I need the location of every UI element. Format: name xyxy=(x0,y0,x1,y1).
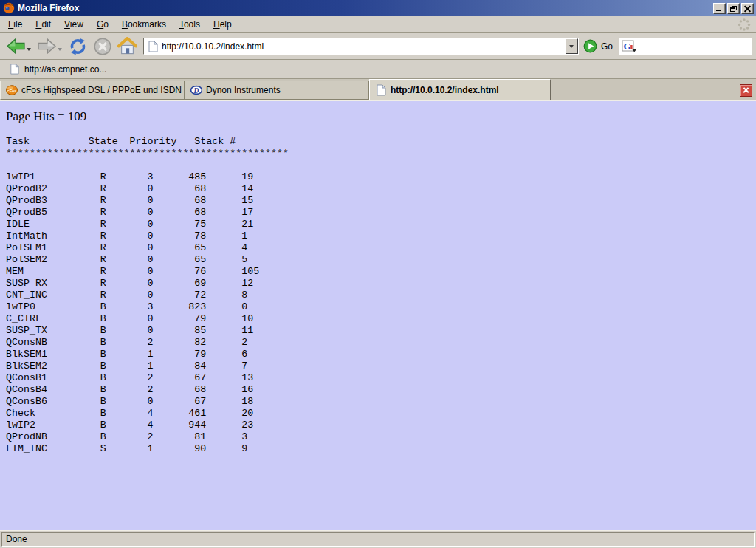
tab-label: cFos Highspeed DSL / PPPoE und ISDN CAP.… xyxy=(21,85,185,95)
dynon-icon: D xyxy=(190,84,202,96)
page-icon xyxy=(147,41,159,52)
stop-icon xyxy=(93,37,112,56)
go-label: Go xyxy=(601,41,613,52)
search-input[interactable] xyxy=(637,40,752,53)
reload-button[interactable] xyxy=(66,35,90,58)
tab-dynon[interactable]: D Dynon Instruments xyxy=(185,81,369,100)
tab-label: Dynon Instruments xyxy=(206,85,281,95)
restore-button[interactable] xyxy=(727,3,740,14)
bookmark-item[interactable]: http://as.cmpnet.co... xyxy=(6,62,109,76)
reload-icon xyxy=(68,37,88,56)
close-icon xyxy=(744,5,751,12)
home-button[interactable] xyxy=(115,35,140,58)
menu-edit[interactable]: Edit xyxy=(29,17,58,32)
menu-go[interactable]: Go xyxy=(90,17,115,32)
menu-tools[interactable]: Tools xyxy=(173,17,207,32)
back-arrow-icon xyxy=(6,38,26,55)
throbber-icon xyxy=(736,17,752,32)
minimize-icon xyxy=(716,10,721,11)
menu-view[interactable]: View xyxy=(58,17,90,32)
forward-arrow-icon xyxy=(37,38,57,55)
address-bar[interactable] xyxy=(143,38,579,55)
forward-button[interactable] xyxy=(35,35,65,57)
svg-text:D: D xyxy=(193,87,199,95)
google-search-icon: G xyxy=(622,40,637,52)
status-text: Done xyxy=(1,532,755,547)
go-button[interactable]: Go xyxy=(583,39,613,53)
forward-dropdown-caret[interactable] xyxy=(58,48,62,51)
page-hits-text: Page Hits = 109 xyxy=(6,109,756,124)
restore-icon xyxy=(730,6,737,12)
tab-cfos[interactable]: cFos cFos Highspeed DSL / PPPoE und ISDN… xyxy=(0,81,185,100)
cfos-icon: cFos xyxy=(6,84,18,96)
search-box[interactable]: G xyxy=(619,38,752,55)
tab-label: http://10.0.10.2/index.html xyxy=(391,85,499,95)
minimize-button[interactable] xyxy=(713,3,726,14)
firefox-icon xyxy=(3,2,15,14)
close-tab-button[interactable] xyxy=(740,84,752,97)
task-table: Task State Priority Stack # ************… xyxy=(6,136,756,455)
browser-window: Mozilla Firefox File Edit View Go Bookma… xyxy=(0,0,756,548)
address-dropdown-caret xyxy=(569,45,574,48)
close-window-button[interactable] xyxy=(741,3,754,14)
address-dropdown-button[interactable] xyxy=(566,38,578,54)
back-dropdown-caret[interactable] xyxy=(27,48,31,51)
address-input[interactable] xyxy=(162,40,566,53)
bookmark-label: http://as.cmpnet.co... xyxy=(24,64,106,75)
back-button[interactable] xyxy=(4,35,34,57)
menu-file[interactable]: File xyxy=(1,17,29,32)
stop-button[interactable] xyxy=(91,35,114,58)
home-icon xyxy=(117,37,137,55)
status-bar: Done xyxy=(0,530,756,548)
page-icon xyxy=(9,64,20,75)
window-title: Mozilla Firefox xyxy=(18,3,712,13)
page-icon xyxy=(375,84,387,96)
svg-text:cFos: cFos xyxy=(7,89,17,93)
svg-text:G: G xyxy=(623,41,630,52)
tab-index-html-active[interactable]: http://10.0.10.2/index.html xyxy=(369,79,551,100)
bookmarks-toolbar: http://as.cmpnet.co... xyxy=(0,60,756,79)
menu-bookmarks[interactable]: Bookmarks xyxy=(115,17,173,32)
page-content: Page Hits = 109 Task State Priority Stac… xyxy=(0,101,756,530)
menu-help[interactable]: Help xyxy=(207,17,238,32)
menu-bar: File Edit View Go Bookmarks Tools Help xyxy=(0,16,756,33)
tab-strip: cFos cFos Highspeed DSL / PPPoE und ISDN… xyxy=(0,79,756,101)
navigation-toolbar: Go G xyxy=(0,33,756,60)
go-icon xyxy=(583,39,597,53)
title-bar: Mozilla Firefox xyxy=(0,0,756,16)
